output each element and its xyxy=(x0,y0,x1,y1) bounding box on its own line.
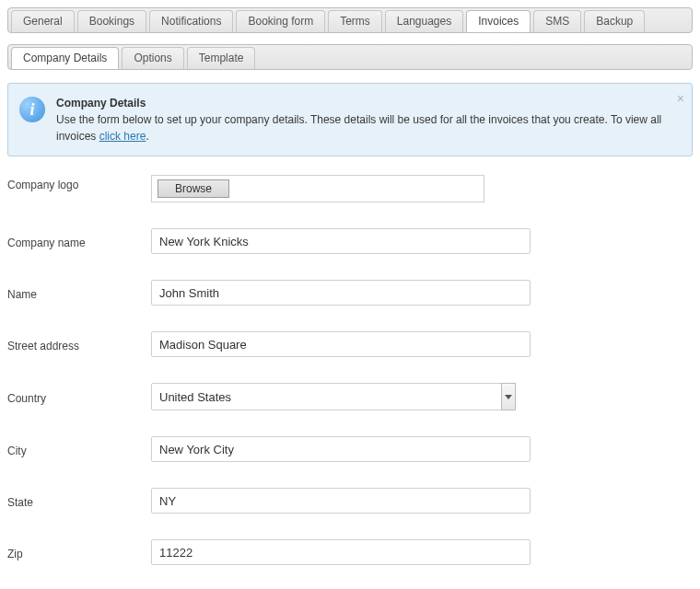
main-tab-languages[interactable]: Languages xyxy=(385,10,463,32)
main-tab-terms[interactable]: Terms xyxy=(328,10,382,32)
row-street: Street address xyxy=(7,331,693,357)
label-company-name: Company name xyxy=(7,233,151,249)
input-city[interactable] xyxy=(151,436,531,462)
row-city: City xyxy=(7,436,693,462)
main-tab-sms[interactable]: SMS xyxy=(533,10,581,32)
sub-tab-options[interactable]: Options xyxy=(122,47,183,69)
info-title: Company Details xyxy=(56,97,146,110)
chevron-down-icon[interactable] xyxy=(501,383,516,410)
main-tab-bookings[interactable]: Bookings xyxy=(77,10,146,32)
row-logo: Company logo Browse xyxy=(7,175,693,202)
info-link[interactable]: click here xyxy=(99,130,146,143)
input-state[interactable] xyxy=(151,488,531,514)
main-tab-booking-form[interactable]: Booking form xyxy=(236,10,325,32)
row-country: Country xyxy=(7,383,693,410)
row-name: Name xyxy=(7,280,693,306)
label-country: Country xyxy=(7,388,151,405)
input-street[interactable] xyxy=(151,331,531,357)
main-tab-backup[interactable]: Backup xyxy=(584,10,645,32)
main-tab-notifications[interactable]: Notifications xyxy=(149,10,233,32)
row-state: State xyxy=(7,488,693,514)
close-icon[interactable]: × xyxy=(677,89,684,109)
label-street: Street address xyxy=(7,336,151,352)
input-zip[interactable] xyxy=(151,539,531,565)
label-zip: Zip xyxy=(7,544,151,560)
company-details-form: Company logo Browse Company name Name St… xyxy=(7,175,693,589)
info-content: Company Details Use the form below to se… xyxy=(56,95,679,144)
main-tab-invoices[interactable]: Invoices xyxy=(466,10,531,32)
row-zip: Zip xyxy=(7,539,693,565)
label-state: State xyxy=(7,492,151,509)
select-country[interactable] xyxy=(151,383,515,410)
sub-tab-company-details[interactable]: Company Details xyxy=(11,47,119,69)
label-name: Name xyxy=(7,284,151,301)
browse-button[interactable]: Browse xyxy=(158,179,229,198)
row-company-name: Company name xyxy=(7,228,693,254)
input-company-name[interactable] xyxy=(151,228,531,254)
info-body-after: . xyxy=(146,130,148,143)
info-icon: i xyxy=(19,97,45,122)
main-tabbar: GeneralBookingsNotificationsBooking form… xyxy=(7,7,693,33)
label-logo: Company logo xyxy=(7,175,151,191)
sub-tabbar: Company DetailsOptionsTemplate xyxy=(7,44,693,70)
label-city: City xyxy=(7,441,151,457)
file-input-wrapper[interactable]: Browse xyxy=(151,175,484,202)
input-name[interactable] xyxy=(151,280,531,306)
sub-tab-template[interactable]: Template xyxy=(187,47,256,69)
info-box: × i Company Details Use the form below t… xyxy=(7,83,693,156)
main-tab-general[interactable]: General xyxy=(11,10,75,32)
